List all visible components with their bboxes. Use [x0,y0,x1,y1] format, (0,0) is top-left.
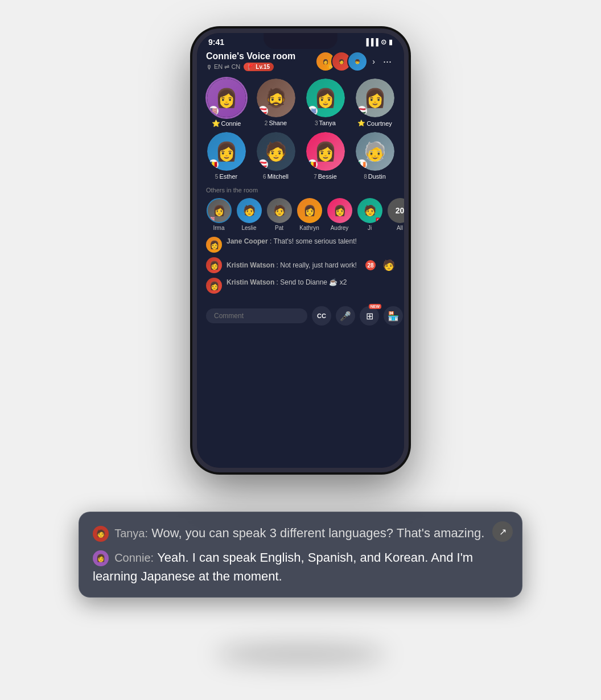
chat-sender-kristin2: Kristin Watson [227,278,274,286]
transcript-speaker1: Tanya: [114,527,148,540]
cc-button[interactable]: CC [312,306,331,326]
speaker-shane[interactable]: 🧔 🇦🇹 2 Shane [253,79,298,127]
others-label: Others in the room [206,187,395,193]
other-leslie[interactable]: 🧑 Leslie [236,198,262,231]
other-irma[interactable]: 👩 🇺🇸 Irma [206,198,232,231]
speaker-dustin[interactable]: 🧓 🇮🇪 8 Dustin [352,132,397,180]
header-avatar-3[interactable]: 👦 [347,51,368,72]
grid-button[interactable]: ⊞ NEW [360,306,379,326]
others-row: 👩 🇺🇸 Irma 🧑 Leslie 🧑 Pat [206,198,395,231]
others-section: Others in the room 👩 🇺🇸 Irma 🧑 Leslie [197,182,404,233]
speaker-connie[interactable]: 👩 🇺🇸 ⭐ Connie [204,79,249,127]
speaker-badge-courtney: ⭐ [357,120,365,127]
speaker-name-connie: Connie [221,120,241,127]
chat-message-kristin1: 👩 Kristin Watson : Not really, just hard… [206,257,395,273]
speaker-name-esther: Esther [219,173,237,180]
speaker-bessie[interactable]: 👩 🇷🇴 7 Bessie [303,132,348,180]
speaker-name-tanya: Tanya [319,120,336,126]
status-time: 9:41 [208,38,224,47]
other-all[interactable]: 20 All [387,198,404,231]
header-avatars: 👩 👑 🧑 👦 [315,51,368,72]
signal-icon: ▐▐▐ [364,38,378,46]
transcript-text1: Wow, you can speak 3 different languages… [151,526,484,540]
transcript-avatar-tanya: 🧑 [93,526,109,542]
transcript-line1: 🧑 Tanya: Wow, you can speak 3 different … [93,524,508,542]
speaker-name-courtney: Courtney [367,120,392,127]
chat-message-jane: 👩 Jane Cooper : That's! some serious tal… [206,237,395,253]
chat-text-kristin1: Not really, just hard work! [280,261,357,269]
phone-frame: 9:41 ▐▐▐ ⊙ ▮ Connie's Voice room 🎙 EN ⇌ … [192,28,409,472]
transcript-speaker2: Connie: [114,551,154,564]
other-ji[interactable]: 🧑 🇹🇷 Ji [357,198,382,231]
speaker-name-dustin: Dustin [368,173,386,180]
shop-icon: 🏪 [388,311,399,322]
chat-avatar-kristin2: 👩 [206,278,222,294]
person-icon: 🧑 [382,259,395,271]
scene: 9:41 ▐▐▐ ⊙ ▮ Connie's Voice room 🎙 EN ⇌ … [0,0,601,700]
transcript-popup: ↗ 🧑 Tanya: Wow, you can speak 3 differen… [79,512,522,598]
other-kathryn[interactable]: 👩 Kathryn [297,198,322,231]
bottom-bar: CC 🎤 ⊞ NEW 🏪 🎁 [197,302,404,335]
speaker-mitchell[interactable]: 🧑 🇦🇹 6 Mitchell [253,132,298,180]
cc-icon: CC [317,312,326,319]
phone-notch [264,33,337,49]
expand-icon: ↗ [499,526,507,537]
chat-text-jane: That's! some serious talent! [273,237,356,245]
comment-input[interactable] [206,308,307,323]
chat-avatar-kristin: 👩 [206,257,222,273]
mic-button[interactable]: 🎤 [336,306,355,326]
speaker-esther[interactable]: 👩 🇷🇴 5 Esther [204,132,249,180]
expand-button[interactable]: ↗ [492,521,513,542]
room-actions: 👩 👑 🧑 👦 › ··· [315,51,395,72]
transcript-avatar-connie: 👩 [93,550,109,566]
speaker-name-mitchell: Mitchell [267,173,289,180]
speaker-name-shane: Shane [269,120,287,126]
battery-icon: ▮ [389,38,393,46]
chat-message-kristin2: 👩 Kristin Watson : Send to Dianne ☕ x2 [206,278,395,294]
shop-button[interactable]: 🏪 [384,306,403,326]
new-badge: NEW [369,304,381,309]
flag-icon: 🚩 [248,64,254,70]
chat-sender-jane: Jane Cooper [227,237,268,245]
chat-section: 👩 Jane Cooper : That's! some serious tal… [197,233,404,302]
status-icons: ▐▐▐ ⊙ ▮ [364,38,393,46]
speakers-grid: 👩 🇺🇸 ⭐ Connie 🧔 🇦🇹 [197,76,404,182]
microphone-icon: 🎤 [340,311,351,322]
other-pat[interactable]: 🧑 Pat [266,198,292,231]
mic-icon: 🎙 [206,64,212,71]
grid-icon: ⊞ [366,311,373,322]
speaker-tanya[interactable]: 👩 🇺🇾 3 Tanya [303,79,348,127]
notification-badge: 28 [365,260,376,270]
chevron-right-icon[interactable]: › [370,57,377,66]
room-title: Connie's Voice room [206,51,295,61]
transcript-line2: 👩 Connie: Yeah. I can speak English, Spa… [93,548,508,586]
room-header: Connie's Voice room 🎙 EN ⇌ CN 🚩 Lv.15 [197,49,404,76]
level-badge: 🚩 Lv.15 [244,63,274,71]
chat-avatar-jane: 👩 [206,237,222,253]
chat-text-kristin2: Send to Dianne ☕ x2 [280,278,347,286]
other-audrey[interactable]: 👩 Audrey [327,198,352,231]
speaker-name-bessie: Bessie [318,173,337,180]
room-lang: 🎙 EN ⇌ CN [206,63,240,71]
speaker-courtney[interactable]: 👩 🇭🇺 ⭐ Courtney [352,79,397,127]
wifi-icon: ⊙ [381,38,386,46]
more-options-button[interactable]: ··· [380,56,395,68]
chat-sender-kristin1: Kristin Watson [227,261,274,269]
